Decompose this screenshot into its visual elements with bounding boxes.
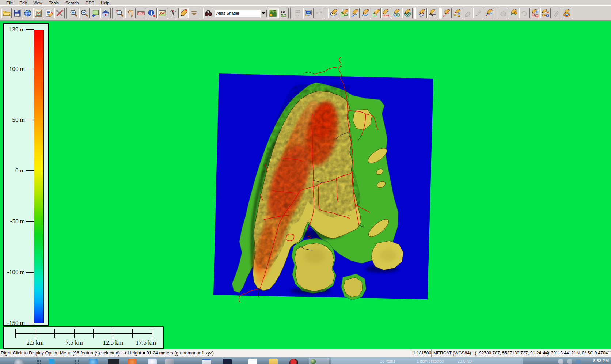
legend-label: 100 m	[9, 65, 25, 73]
zoom-home-button[interactable]	[100, 8, 111, 18]
binoculars-icon	[204, 9, 212, 17]
gps-monitor-icon	[304, 9, 312, 17]
menu-help[interactable]: Help	[98, 0, 113, 5]
antenna-icon	[169, 9, 177, 17]
zoom-tool-button[interactable]	[115, 8, 125, 18]
digitizer-button[interactable]	[178, 8, 189, 18]
white-app-icon[interactable]	[148, 359, 157, 364]
folder-icon[interactable]	[269, 359, 278, 364]
menu-gps[interactable]: GPS	[82, 0, 97, 5]
zoom-tool-icon	[116, 9, 124, 17]
explorer-items-count: 33 items	[380, 359, 395, 363]
create-trail-button[interactable]	[441, 8, 452, 18]
attributes-icon	[531, 9, 539, 17]
create-line-button[interactable]	[349, 8, 360, 18]
scale-label: 7.5 km	[65, 339, 83, 346]
create-rectangle-button[interactable]	[339, 8, 349, 18]
edit-vertices-button[interactable]	[484, 8, 494, 18]
chevron-down-icon	[262, 12, 265, 14]
view-shed-button[interactable]	[168, 8, 178, 18]
more-tools-button[interactable]	[189, 8, 199, 18]
3d-view-button[interactable]: 3D	[278, 8, 289, 18]
scale-tick	[54, 329, 55, 338]
insert-vertex-button[interactable]	[427, 8, 437, 18]
legend-tick	[26, 120, 34, 120]
tray-network-icon[interactable]	[567, 359, 572, 364]
info-icon	[148, 9, 156, 17]
navy-a-app-icon[interactable]	[223, 359, 232, 364]
calculator-icon[interactable]	[202, 359, 211, 364]
export-button[interactable]	[44, 8, 54, 18]
config-tools-button[interactable]	[54, 8, 65, 18]
shader-select[interactable]: Atlas Shader	[215, 10, 267, 17]
global-mapper-app-icon	[311, 359, 316, 364]
menu-tools[interactable]: Tools	[46, 0, 62, 5]
zoom-in-button[interactable]	[69, 8, 79, 18]
explorer-selected-count: 1 item selected	[417, 359, 444, 363]
full-view-button[interactable]	[90, 8, 100, 18]
convert-features-icon	[542, 9, 550, 17]
path-profile-button[interactable]	[157, 8, 167, 18]
convert-features-button[interactable]	[540, 8, 551, 18]
legend-tick	[26, 272, 34, 273]
create-area-button[interactable]	[328, 8, 338, 18]
page-edit-icon	[45, 9, 53, 17]
create-circle-button[interactable]	[392, 8, 402, 18]
shader-select-value[interactable]: Atlas Shader	[215, 10, 260, 17]
create-buffer-button[interactable]	[562, 8, 572, 18]
internet-explorer-icon[interactable]	[89, 359, 98, 364]
cogo-feature-button[interactable]: 36 COGO	[381, 8, 391, 18]
gray-shell-icon[interactable]	[165, 359, 174, 364]
toolbar-separator	[200, 8, 202, 19]
menu-search[interactable]: Search	[62, 0, 82, 5]
orange-app-icon[interactable]	[128, 359, 137, 364]
status-message: Right Click to Display Option Menu (96 f…	[0, 349, 411, 357]
pencil-icon	[179, 9, 187, 17]
steam-icon[interactable]	[108, 359, 119, 364]
notepad-icon[interactable]	[248, 359, 257, 364]
feature-info-button[interactable]	[147, 8, 157, 18]
create-points-button[interactable]	[417, 8, 427, 18]
move-features-button[interactable]	[452, 8, 462, 18]
pan-button[interactable]	[125, 8, 136, 18]
pinned-app-icon[interactable]	[49, 359, 54, 364]
legend-label: 50 m	[12, 116, 25, 124]
toolbar-separator	[325, 8, 327, 19]
gps-flag-button	[293, 8, 303, 18]
create-freehand-button[interactable]	[360, 8, 370, 18]
menu-view[interactable]: View	[30, 0, 46, 5]
tray-volume-icon[interactable]	[576, 359, 581, 364]
combine-features-button[interactable]	[509, 8, 519, 18]
create-point-button[interactable]	[371, 8, 381, 18]
toolbar-separator	[495, 8, 497, 19]
globe-icon	[24, 9, 32, 17]
status-coordinates: 44° 39' 13.4412" N, 0° 50' 0.4704" W	[541, 349, 611, 357]
svg-text:COGO: COGO	[383, 14, 390, 17]
menu-file[interactable]: File	[3, 0, 16, 5]
create-grid-button[interactable]	[402, 8, 413, 18]
map-canvas[interactable]: 139 m 100 m 50 m 0 m -50 m -100 m -150 m…	[0, 21, 611, 349]
start-button[interactable]	[14, 359, 25, 364]
scale-tick	[113, 329, 113, 338]
active-app-taskbar-button[interactable]	[309, 358, 329, 364]
legend-label: -50 m	[10, 218, 25, 225]
shader-select-arrow[interactable]	[260, 10, 267, 17]
find-button[interactable]	[203, 8, 213, 18]
shader-options-button[interactable]	[268, 8, 278, 18]
zoom-out-button[interactable]	[79, 8, 90, 18]
create-point-icon	[372, 9, 380, 17]
save-button[interactable]	[12, 8, 22, 18]
profile-chart-icon	[158, 9, 166, 17]
tray-icon[interactable]	[558, 359, 563, 364]
gps-setup-button[interactable]	[303, 8, 314, 18]
taskbar-clock[interactable]: 8:53 PM	[593, 359, 609, 363]
elevation-gradient-bar	[34, 30, 44, 323]
menu-edit[interactable]: Edit	[16, 0, 30, 5]
edit-attributes-button[interactable]	[530, 8, 540, 18]
display-options-button[interactable]	[33, 8, 43, 18]
open-file-button[interactable]	[1, 8, 12, 18]
web-download-button[interactable]	[23, 8, 33, 18]
record-app-icon[interactable]	[289, 359, 298, 364]
scale-label: 12.5 km	[103, 339, 123, 346]
measure-button[interactable]	[136, 8, 146, 18]
